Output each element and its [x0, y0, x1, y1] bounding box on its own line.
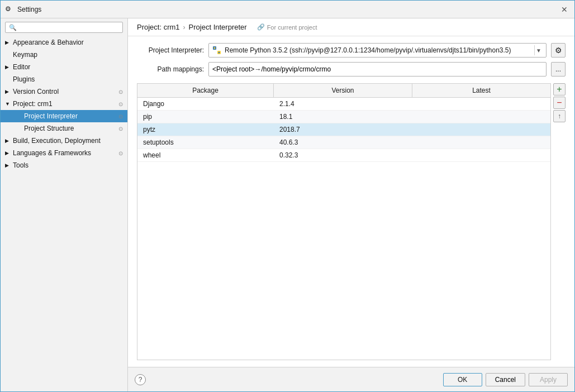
- sidebar-item-languages[interactable]: Languages & Frameworks ⊙: [1, 147, 127, 159]
- table-row[interactable]: setuptools 40.6.3: [137, 136, 550, 149]
- settings-window: ⚙ Settings ✕ 🔍 Appearance & Behavior Key…: [0, 0, 575, 392]
- browse-button[interactable]: ...: [551, 62, 566, 77]
- sidebar-item-label: Plugins: [13, 75, 35, 83]
- cell-latest-setuptools: [412, 136, 550, 149]
- table-row[interactable]: Django 2.1.4: [137, 98, 550, 111]
- window-title: Settings: [17, 6, 41, 13]
- settings-content: Project Interpreter: Remote Python 3.5.2…: [128, 36, 574, 367]
- sidebar-item-version-control[interactable]: Version Control ⊙: [1, 85, 127, 98]
- breadcrumb-parent: Project: crm1: [137, 23, 180, 31]
- cell-version-setuptools: 40.6.3: [274, 136, 412, 149]
- ok-button[interactable]: OK: [443, 373, 482, 386]
- copy-icon: ⊙: [118, 101, 123, 107]
- table-row[interactable]: wheel 0.32.3: [137, 149, 550, 162]
- python-icon: [212, 46, 221, 55]
- dropdown-arrow-icon[interactable]: ▼: [534, 45, 543, 55]
- sidebar-item-label: Version Control: [13, 88, 59, 95]
- link-icon: 🔗: [257, 23, 265, 31]
- window-icon: ⚙: [5, 5, 14, 14]
- arrow-icon: [5, 150, 11, 156]
- main-content: 🔍 Appearance & Behavior Keymap Editor Pl…: [1, 18, 574, 391]
- column-header-package: Package: [137, 84, 274, 97]
- table-actions: + − ↑: [553, 83, 566, 360]
- cell-package-setuptools: setuptools: [137, 136, 274, 149]
- sidebar-item-label: Keymap: [13, 51, 37, 59]
- search-icon: 🔍: [9, 24, 17, 31]
- update-package-button[interactable]: ↑: [553, 110, 566, 122]
- packages-area: Package Version Latest Django 2.1.4: [137, 83, 566, 360]
- sidebar-item-editor[interactable]: Editor: [1, 61, 127, 73]
- cell-package-pip: pip: [137, 111, 274, 123]
- remove-package-button[interactable]: −: [553, 97, 566, 109]
- gear-icon: ⚙: [555, 46, 562, 55]
- column-header-latest: Latest: [412, 84, 550, 97]
- titlebar: ⚙ Settings ✕: [1, 1, 574, 18]
- sidebar: 🔍 Appearance & Behavior Keymap Editor Pl…: [1, 18, 128, 391]
- column-header-version: Version: [274, 84, 412, 97]
- main-panel: Project: crm1 › Project Interpreter 🔗 Fo…: [128, 18, 574, 391]
- arrow-icon: [5, 40, 11, 45]
- path-mappings-label: Path mappings:: [137, 65, 204, 73]
- titlebar-left: ⚙ Settings: [5, 5, 41, 14]
- sidebar-item-label: Project: crm1: [13, 100, 53, 108]
- sidebar-item-label: Build, Execution, Deployment: [13, 137, 101, 145]
- table-row[interactable]: pytz 2018.7: [137, 123, 550, 136]
- sidebar-item-project-interpreter[interactable]: Project Interpreter ⊙: [1, 110, 127, 122]
- add-package-button[interactable]: +: [553, 83, 566, 95]
- cell-version-pip: 18.1: [274, 111, 412, 123]
- sidebar-item-tools[interactable]: Tools: [1, 159, 127, 171]
- cell-package-wheel: wheel: [137, 149, 274, 161]
- breadcrumb-current: Project Interpreter: [189, 23, 247, 31]
- sidebar-item-label: Appearance & Behavior: [13, 39, 84, 46]
- sidebar-item-appearance[interactable]: Appearance & Behavior: [1, 36, 127, 49]
- close-button[interactable]: ✕: [559, 4, 570, 15]
- search-box[interactable]: 🔍: [5, 22, 123, 33]
- copy-icon: ⊙: [118, 126, 123, 132]
- table-row[interactable]: pip 18.1: [137, 111, 550, 123]
- cell-latest-wheel: [412, 149, 550, 161]
- path-mappings-input[interactable]: [208, 62, 547, 77]
- sidebar-item-project-crm1[interactable]: Project: crm1 ⊙: [1, 98, 127, 110]
- copy-icon: ⊙: [118, 113, 123, 119]
- arrow-icon: [5, 64, 11, 70]
- path-mappings-row: Path mappings: ...: [137, 62, 566, 77]
- arrow-icon: [5, 101, 11, 107]
- bottom-buttons: OK Cancel Apply: [443, 373, 568, 386]
- cell-latest-pip: [412, 111, 550, 123]
- table-body: Django 2.1.4 pip 18.1 pytz: [137, 98, 550, 360]
- help-button[interactable]: ?: [135, 374, 146, 385]
- interpreter-row: Project Interpreter: Remote Python 3.5.2…: [137, 43, 566, 58]
- arrow-icon: [5, 89, 11, 94]
- minus-icon: −: [557, 98, 562, 108]
- sidebar-item-project-structure[interactable]: Project Structure ⊙: [1, 122, 127, 135]
- browse-icon: ...: [555, 65, 561, 73]
- svg-point-2: [214, 47, 216, 49]
- tag-label: For current project: [267, 24, 317, 31]
- sidebar-item-plugins[interactable]: Plugins: [1, 73, 127, 85]
- sidebar-item-build-exec[interactable]: Build, Execution, Deployment: [1, 135, 127, 147]
- sidebar-item-keymap[interactable]: Keymap: [1, 49, 127, 61]
- bottom-bar: ? OK Cancel Apply: [128, 367, 574, 391]
- cell-version-django: 2.1.4: [274, 98, 412, 110]
- arrow-icon: [5, 138, 11, 144]
- sidebar-item-label: Languages & Frameworks: [13, 149, 91, 157]
- interpreter-select[interactable]: Remote Python 3.5.2 (ssh://pyvip@127.0.0…: [208, 43, 547, 58]
- breadcrumb-bar: Project: crm1 › Project Interpreter 🔗 Fo…: [128, 18, 574, 36]
- interpreter-gear-button[interactable]: ⚙: [551, 43, 566, 58]
- cell-package-pytz: pytz: [137, 123, 274, 136]
- question-mark-icon: ?: [139, 376, 142, 384]
- sidebar-item-label: Tools: [13, 161, 28, 169]
- cell-latest-pytz: [412, 123, 550, 136]
- arrow-icon: [5, 162, 11, 168]
- cell-version-pytz: 2018.7: [274, 123, 412, 136]
- apply-button[interactable]: Apply: [529, 373, 568, 386]
- cell-version-wheel: 0.32.3: [274, 149, 412, 161]
- breadcrumb-separator: ›: [183, 23, 186, 31]
- cancel-button[interactable]: Cancel: [486, 373, 525, 386]
- copy-icon: ⊙: [118, 150, 123, 156]
- interpreter-value: Remote Python 3.5.2 (ssh://pyvip@127.0.0…: [225, 46, 531, 54]
- search-input[interactable]: [19, 23, 119, 31]
- copy-icon: ⊙: [118, 89, 123, 95]
- interpreter-label: Project Interpreter:: [137, 46, 204, 54]
- sidebar-item-label: Editor: [13, 63, 30, 71]
